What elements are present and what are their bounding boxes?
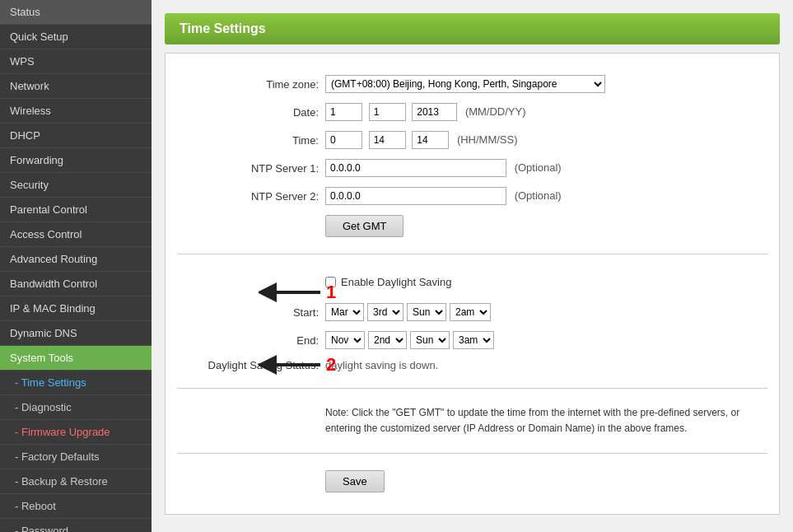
end-label: End: — [174, 326, 322, 354]
sidebar-item-dynamic-dns[interactable]: Dynamic DNS — [0, 321, 152, 346]
start-week-select[interactable]: 3rd — [367, 303, 403, 321]
start-selects: Mar 3rd Sun 2am — [325, 303, 767, 321]
timezone-label: Time zone: — [174, 70, 322, 98]
time-ss-input[interactable]: 14 — [412, 131, 449, 149]
sidebar-item-bandwidth-control[interactable]: Bandwidth Control — [0, 272, 152, 296]
sidebar-item-time-settings[interactable]: - Time Settings — [0, 371, 152, 395]
sidebar-item-ip-mac-binding[interactable]: IP & MAC Binding — [0, 296, 152, 321]
ntp1-optional: (Optional) — [515, 161, 562, 174]
ntp2-label: NTP Server 2: — [174, 182, 322, 210]
timezone-select[interactable]: (GMT+08:00) Beijing, Hong Kong, Perth, S… — [325, 75, 605, 93]
sidebar: StatusQuick SetupWPSNetworkWirelessDHCPF… — [0, 0, 152, 532]
time-mm-input[interactable]: 14 — [369, 131, 406, 149]
time-row: Time: 0 14 14 (HH/MM/SS) — [174, 126, 771, 154]
start-day-select[interactable]: Sun — [407, 303, 446, 321]
ntp1-label: NTP Server 1: — [174, 154, 322, 182]
divider-row — [174, 242, 771, 266]
get-gmt-row: Get GMT — [174, 210, 771, 242]
end-week-select[interactable]: 2nd — [368, 331, 407, 349]
sidebar-item-network[interactable]: Network — [0, 74, 152, 99]
end-selects: Nov 2nd Sun 3am — [325, 331, 767, 349]
timezone-row: Time zone: (GMT+08:00) Beijing, Hong Kon… — [174, 70, 771, 98]
sidebar-item-security[interactable]: Security — [0, 173, 152, 198]
annotation-num-2: 2 — [326, 356, 336, 374]
sidebar-item-firmware-upgrade[interactable]: - Firmware Upgrade — [0, 420, 152, 445]
ntp2-input[interactable]: 0.0.0.0 — [325, 187, 506, 205]
date-row: Date: 1 1 2013 (MM/DD/YY) — [174, 98, 771, 126]
end-month-select[interactable]: Nov — [325, 331, 365, 349]
divider-row-3 — [174, 441, 771, 465]
ntp2-optional: (Optional) — [515, 189, 562, 202]
sidebar-item-quick-setup[interactable]: Quick Setup — [0, 25, 152, 49]
page-title: Time Settings — [165, 13, 780, 44]
date-label: Date: — [174, 98, 322, 126]
date-year-input[interactable]: 2013 — [412, 103, 457, 121]
sidebar-item-forwarding[interactable]: Forwarding — [0, 148, 152, 173]
time-hh-input[interactable]: 0 — [325, 131, 362, 149]
sidebar-item-wps[interactable]: WPS — [0, 49, 152, 74]
sidebar-item-parental-control[interactable]: Parental Control — [0, 198, 152, 222]
dst-checkbox-container: Enable Daylight Saving — [325, 271, 767, 293]
sidebar-item-wireless[interactable]: Wireless — [0, 99, 152, 124]
ntp2-row: NTP Server 2: 0.0.0.0 (Optional) — [174, 182, 771, 210]
end-row: End: Nov 2nd Sun 3am — [174, 326, 771, 354]
note-text: Note: Click the "GET GMT" to update the … — [325, 405, 767, 436]
sidebar-item-dhcp[interactable]: DHCP — [0, 124, 152, 148]
get-gmt-button[interactable]: Get GMT — [325, 215, 403, 237]
annotation-num-1: 1 — [326, 283, 336, 301]
save-row: Save — [174, 465, 771, 497]
main-content: Time Settings Time zone: (GMT+08:00) Bei… — [152, 0, 793, 532]
sidebar-item-status[interactable]: Status — [0, 0, 152, 25]
note-row: Note: Click the "GET GMT" to update the … — [174, 400, 771, 441]
divider-row-2 — [174, 376, 771, 400]
ntp1-input[interactable]: 0.0.0.0 — [325, 159, 506, 177]
start-month-select[interactable]: Mar — [325, 303, 364, 321]
sidebar-item-access-control[interactable]: Access Control — [0, 222, 152, 247]
sidebar-item-diagnostic[interactable]: - Diagnostic — [0, 395, 152, 420]
arrow-annotation-1: 1 — [259, 280, 336, 305]
sidebar-item-advanced-routing[interactable]: Advanced Routing — [0, 247, 152, 272]
time-format: (HH/MM/SS) — [457, 133, 518, 146]
arrow-1-svg — [259, 280, 324, 305]
sidebar-item-backup-restore[interactable]: - Backup & Restore — [0, 469, 152, 494]
dst-checkbox-label: Enable Daylight Saving — [341, 276, 451, 288]
ntp1-row: NTP Server 1: 0.0.0.0 (Optional) — [174, 154, 771, 182]
end-day-select[interactable]: Sun — [410, 331, 450, 349]
time-label: Time: — [174, 126, 322, 154]
date-month-input[interactable]: 1 — [325, 103, 362, 121]
start-time-select[interactable]: 2am — [450, 303, 491, 321]
date-format: (MM/DD/YY) — [465, 105, 526, 118]
sidebar-item-system-tools[interactable]: System Tools — [0, 346, 152, 371]
sidebar-item-factory-defaults[interactable]: - Factory Defaults — [0, 445, 152, 469]
arrow-2-svg — [259, 352, 324, 377]
dst-status-value: daylight saving is down. — [325, 359, 438, 371]
date-day-input[interactable]: 1 — [369, 103, 406, 121]
end-time-select[interactable]: 3am — [453, 331, 494, 349]
arrow-annotation-2: 2 — [259, 352, 336, 377]
sidebar-item-reboot[interactable]: - Reboot — [0, 494, 152, 519]
sidebar-item-password[interactable]: - Password — [0, 519, 152, 532]
save-button[interactable]: Save — [325, 470, 385, 492]
content-area: Time zone: (GMT+08:00) Beijing, Hong Kon… — [165, 53, 780, 515]
